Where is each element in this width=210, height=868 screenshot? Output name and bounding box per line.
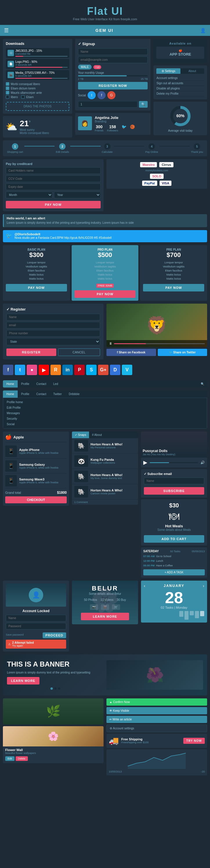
snaps-tab-1[interactable]: ✓ Snaps (72, 432, 89, 438)
expiry-input[interactable] (6, 184, 101, 190)
try-now-btn[interactable]: TRY NOW (183, 738, 205, 744)
visible-btn[interactable]: 👁 Keep Visible (106, 707, 207, 714)
add-task-btn[interactable]: + ADD A TASK (143, 569, 205, 576)
flower-edit-btn[interactable]: Edit (5, 756, 15, 761)
register-btn[interactable]: REGISTER (6, 348, 56, 356)
nav-tab-twitter-2[interactable]: Twitter (50, 391, 65, 398)
pre-pay-btn[interactable]: PAY NOW (143, 284, 204, 291)
month-select[interactable]: Month (6, 192, 53, 198)
social-twitter-icon[interactable]: t (15, 365, 25, 375)
settings-item-2[interactable]: Sign out all accounts (156, 81, 204, 86)
flower-delete-btn[interactable]: Delete (16, 756, 28, 761)
reg-email-input[interactable] (6, 322, 100, 329)
google-social-btn[interactable]: G (107, 91, 115, 99)
checkbox-5[interactable]: Etiam (21, 95, 34, 99)
music-play-icon[interactable]: ▶ (143, 459, 147, 466)
banner-learn-btn[interactable]: LEARN MORE (7, 677, 40, 684)
belur-learn-btn[interactable]: LEARN MORE (81, 613, 129, 620)
gender-male-btn[interactable]: MALE (78, 65, 91, 69)
music-progress-bar[interactable] (150, 462, 198, 463)
checkbox-box-2[interactable]: ✓ (6, 87, 9, 90)
user-icon[interactable]: 👤 (200, 28, 206, 33)
share-facebook-btn[interactable]: f Share on Facebook (106, 349, 156, 356)
twitter-social-btn[interactable]: t (87, 91, 96, 99)
social-pinterest-icon[interactable]: P (74, 365, 85, 375)
usage-slider[interactable] (78, 75, 148, 76)
social-vimeo-icon[interactable]: V (122, 365, 132, 375)
subscribe-input[interactable] (144, 477, 204, 484)
subscribe-btn[interactable]: SUBSCRIBE (144, 487, 204, 495)
dropdown-messages[interactable]: Messages (3, 410, 207, 416)
volume-icon[interactable]: 🔊 (201, 461, 205, 465)
pay-now-btn[interactable]: PAY NOW (6, 201, 101, 208)
nav-tab-dribbble-2[interactable]: Dribbble (65, 391, 83, 398)
locked-password-input[interactable] (6, 623, 66, 629)
social-skype-icon[interactable]: S (86, 365, 97, 375)
settings-tab-about[interactable]: About (180, 68, 204, 74)
twitter-icon[interactable]: 🐦 (122, 124, 127, 132)
checkbox-box-5[interactable] (21, 95, 25, 99)
facebook-social-btn[interactable]: f (98, 91, 106, 99)
dropdown-security[interactable]: Security (3, 416, 207, 422)
checkout-btn[interactable]: CHECKOUT (5, 496, 67, 503)
signup-name-input[interactable] (78, 48, 148, 55)
confirm-btn[interactable]: ▲ Confirm Now (106, 699, 207, 706)
share-twitter-btn[interactable]: 🐦 Share on Twitter (158, 349, 207, 356)
dropdown-social[interactable]: Social (3, 422, 207, 427)
social-dribbble-icon[interactable]: ● (27, 365, 37, 375)
hamburger-icon[interactable]: ☰ (4, 27, 9, 34)
snaps-tab-2[interactable]: # About (89, 432, 105, 438)
write-btn[interactable]: ✏ Write an article (106, 716, 207, 723)
social-youtube-icon[interactable]: ▶ (38, 365, 49, 375)
nav-tab-led-1[interactable]: Led (50, 380, 62, 388)
cal-prev-btn[interactable]: ‹ (144, 584, 145, 588)
drag-photos[interactable]: DRAG THE PHOTOS (6, 102, 69, 111)
reg-phone-input[interactable] (6, 330, 100, 337)
basic-pay-btn[interactable]: PAY NOW (6, 284, 67, 291)
proceed-btn[interactable]: PROCEED (43, 632, 66, 638)
checkbox-2[interactable]: ✓ Etiam dictum lorem (6, 87, 69, 90)
checkbox-4[interactable]: libero (6, 95, 18, 99)
cancel-btn[interactable]: CANCEL (58, 348, 100, 356)
cal-next-btn[interactable]: › (203, 584, 204, 588)
social-gplus-icon[interactable]: G+ (98, 365, 108, 375)
account-settings-btn[interactable]: ⚙ Account settings (106, 724, 207, 732)
checkbox-box-3[interactable]: ✓ (6, 91, 9, 94)
signup-email-input[interactable] (78, 56, 148, 63)
social-facebook-icon[interactable]: f (3, 365, 14, 375)
year-select[interactable]: Year (54, 192, 101, 198)
nav-tab-search-1[interactable]: 🔍 (198, 380, 207, 388)
settings-item-4[interactable]: Delete my Profile (156, 91, 204, 96)
ccv-input[interactable] (6, 176, 101, 182)
dropdown-edit-profile[interactable]: Edit Profile (3, 405, 207, 410)
settings-item-1[interactable]: Account settings (156, 75, 204, 81)
card-holder-input[interactable] (6, 167, 101, 174)
nav-tab-home-2[interactable]: Home (3, 391, 18, 398)
nav-tab-contact-1[interactable]: Contact (33, 380, 50, 388)
nav-tab-home-1[interactable]: Home (3, 380, 18, 388)
reg-state-select[interactable]: State (6, 338, 100, 345)
checkbox-box-4[interactable] (6, 95, 9, 99)
nav-tab-contact-2[interactable]: Contact (33, 391, 50, 398)
locked-name-input[interactable] (6, 615, 66, 621)
video-player[interactable]: 🦁 ⏸ (106, 304, 207, 347)
social-delicious-icon[interactable]: D (110, 365, 121, 375)
pro-pay-btn[interactable]: PAY NOW (75, 290, 136, 298)
add-to-cart-btn[interactable]: ADD TO CART (144, 535, 204, 543)
checkbox-3[interactable]: ✓ Mauris ullamcorper ante (6, 91, 69, 94)
nav-tab-profile-1[interactable]: Profile (18, 380, 33, 388)
pause-btn[interactable]: ⏸ (109, 342, 112, 346)
settings-tab-active[interactable]: ⚙ Settings (156, 68, 180, 74)
settings-item-3[interactable]: Disable all plugins (156, 86, 204, 91)
dribbble-icon[interactable]: 🏀 (130, 124, 135, 132)
social-rss-icon[interactable]: R (50, 365, 61, 375)
nav-tab-profile-2[interactable]: Profile (18, 391, 33, 398)
reg-name-input[interactable] (6, 314, 100, 320)
dropdown-profile-home[interactable]: Profile home (3, 399, 207, 405)
search-input[interactable] (78, 101, 138, 108)
social-linkedin-icon[interactable]: in (62, 365, 73, 375)
register-now-btn[interactable]: REGISTER NOW (78, 82, 148, 89)
search-btn[interactable]: 🔍 (139, 101, 148, 108)
checkbox-box-1[interactable]: ✓ (6, 82, 9, 86)
video-progress[interactable] (114, 343, 205, 344)
